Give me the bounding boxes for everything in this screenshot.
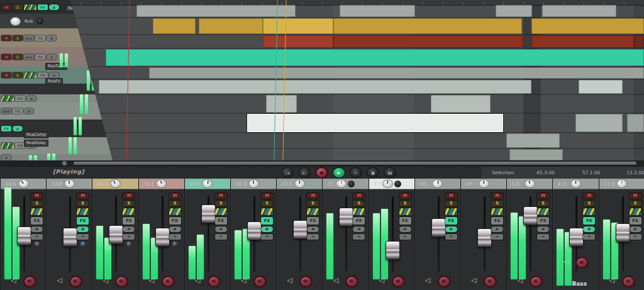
selection-start-value[interactable]: 45.3.00 [536,170,555,176]
fx-button[interactable]: FX [630,217,641,225]
pan-knob[interactable] [570,179,581,188]
phase-button[interactable]: ø [261,226,273,232]
routing-icon[interactable] [31,208,43,215]
track-panel-row[interactable]: FXø [0,137,113,154]
fx-button[interactable]: FX [261,217,273,225]
fader-knob[interactable] [339,208,353,226]
record-arm-button[interactable] [162,276,175,287]
fx-button[interactable]: FX [353,217,365,225]
track-panel-row[interactable]: ø [0,154,113,160]
fx-button[interactable]: FX [123,217,135,225]
io-button[interactable] [80,242,86,247]
mixer-strip[interactable]: -13.5MSFXø∿◁ [276,179,322,290]
routing-icon[interactable] [215,208,227,215]
envelope-button[interactable]: ∿ [31,234,43,240]
go-to-end-button[interactable]: ►| [298,167,311,178]
mute-button[interactable]: M [307,193,319,199]
mixer-strip[interactable]: -infMSFXø∿◁ [460,179,506,290]
fx-slot-label[interactable]: ReaFir [45,78,63,85]
mixer-strip[interactable]: -14.5MSFXø∿◁ [184,179,230,290]
routing-icon[interactable] [123,208,135,215]
routing-icon[interactable] [399,208,411,215]
routing-icon[interactable] [169,208,181,215]
solo-button[interactable]: S [31,201,43,206]
pan-knob[interactable] [110,179,121,188]
mute-button[interactable]: M [445,193,457,199]
solo-button[interactable]: S [77,201,89,206]
phase-button[interactable]: ø [537,226,549,232]
mixer-strip[interactable]: -11.3MSFXø∿◁ [322,179,368,290]
mixer-strip[interactable]: -16.3MSFXø∿◁ [230,179,276,290]
pan-knob[interactable] [294,179,305,188]
io-button[interactable] [126,242,131,247]
pan-knob[interactable] [382,179,393,188]
fx-button[interactable]: FX [38,4,48,10]
audio-item[interactable] [579,80,623,94]
phase-button[interactable]: ø [583,226,595,232]
scrollbar-handle[interactable] [74,162,636,165]
envelope-button[interactable]: ∿ [583,234,595,240]
solo-button[interactable]: S [123,201,135,206]
solo-button[interactable]: S [583,201,595,206]
envelope-button[interactable]: ∿ [123,234,135,240]
envelope-button[interactable]: ∿ [399,234,411,240]
io-button[interactable] [172,242,177,247]
solo-button[interactable]: S [399,201,411,206]
mixer-strip[interactable]: -7.7MSFXø∿◁ [369,179,414,290]
record-arm-button[interactable] [345,276,358,287]
mute-button[interactable]: M [31,193,43,199]
fx-bypass-button[interactable]: ø [1,155,11,160]
phase-button[interactable]: ø [31,226,43,232]
audio-item[interactable] [106,49,644,66]
mute-button[interactable]: M [353,193,365,199]
horizontal-scrollbar[interactable] [0,160,644,166]
audio-item[interactable] [263,18,333,34]
mixer-strip[interactable]: -11.3MSFXø∿◁ [599,179,644,290]
mute-button[interactable]: M [1,54,11,60]
mute-button[interactable]: M [537,193,549,199]
record-arm-button[interactable] [69,276,82,287]
mixer-strip[interactable]: -13.8MSFXø∿◁ [46,179,92,290]
routing-icon[interactable] [1,143,14,148]
routing-icon[interactable] [24,4,36,10]
record-arm-button[interactable] [299,276,313,287]
fx-button[interactable]: FX [77,217,89,225]
fader-knob[interactable] [109,225,123,244]
routing-icon[interactable] [307,208,319,215]
audio-item[interactable] [575,114,623,132]
fader-knob[interactable] [523,206,538,225]
fx-button[interactable]: FX [13,108,23,114]
fx-slot-label[interactable]: ReaComp [24,131,48,138]
fx-bypass-button[interactable]: ø [47,35,57,41]
record-arm-button[interactable] [575,257,589,269]
pan-knob[interactable] [18,179,29,188]
audio-item[interactable] [199,18,263,34]
record-arm-button[interactable] [115,276,128,287]
monitor-button[interactable]: env [1,108,11,114]
pan-knob[interactable] [525,179,535,188]
audio-item[interactable] [99,80,531,94]
fader-knob[interactable] [293,220,308,239]
fx-button[interactable]: FX [169,217,181,225]
routing-icon[interactable] [491,208,503,215]
mute-button[interactable]: M [630,193,641,199]
fader-knob[interactable] [63,228,77,247]
solo-button[interactable]: S [13,4,23,10]
scrollbar-zoom-knob[interactable] [62,161,67,165]
width-knob[interactable] [394,181,401,187]
audio-item[interactable] [263,35,333,48]
pan-knob[interactable] [156,179,167,188]
io-button[interactable] [35,242,40,247]
envelope-button[interactable]: ∿ [353,234,365,240]
solo-button[interactable]: S [215,201,227,206]
mute-button[interactable]: M [215,193,227,199]
fx-button[interactable]: FX [583,217,595,225]
routing-icon[interactable] [537,208,549,215]
audio-item[interactable] [266,95,297,113]
fx-bypass-button[interactable]: ø [13,126,23,131]
solo-button[interactable]: S [491,201,503,206]
fx-button[interactable]: FX [38,72,48,78]
mixer-strip[interactable]: -13.1MSFXø∿◁ [138,179,184,290]
mixer-strip-bass[interactable]: -4.3MSFXø∿◁Bass [552,179,598,290]
mixer-strip[interactable]: -16.6MSFXø∿◁ [0,179,46,290]
